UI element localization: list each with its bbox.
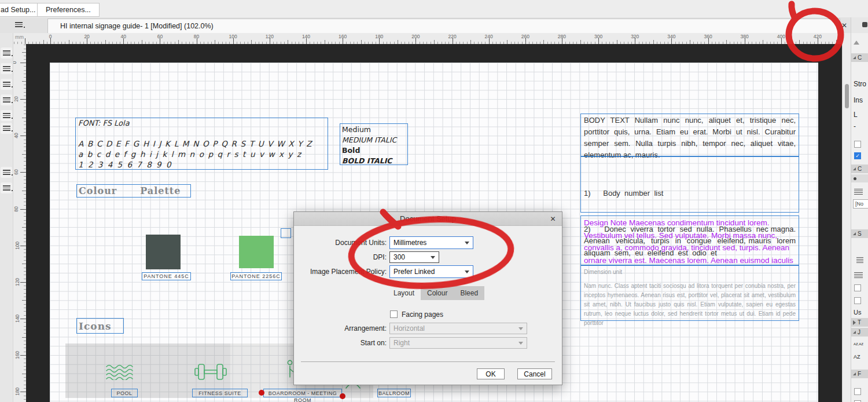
tool-preset-button[interactable] [1,123,12,134]
bullet-icon [854,177,856,180]
design-note-frame[interactable]: Design Note Maecenas condimentum tincidu… [580,215,799,265]
font-weights-frame[interactable]: Medium MEDIUM ITALIC Bold BOLD ITALIC [340,123,408,165]
dialog-close-icon[interactable]: ✕ [549,214,557,223]
pool-label: POOL [111,389,138,397]
document-setup-dialog: Document Setup ✕ Document Units: Millime… [293,211,562,385]
panel-cropped-label: L [854,111,858,119]
colour-word: Colour [79,185,117,196]
digits-line: 1 2 3 4 5 6 7 8 9 0 [78,160,172,169]
tab-spread-setup-label: ad Setup... [1,6,35,14]
panel-section-header[interactable]: C [851,53,868,62]
document-units-dropdown[interactable]: Millimetres [389,236,473,249]
paragraph-align-icon[interactable] [854,189,863,195]
image-placement-policy-dropdown[interactable]: Prefer Linked [389,265,473,278]
tool-preset-button[interactable] [1,167,12,178]
panel-section-label: J [858,329,860,335]
v-ruler-major-ticks [20,44,26,402]
h-ruler-number: 260 [521,34,529,39]
panel-checkbox[interactable] [854,141,861,148]
paragraph-align-icon[interactable] [854,272,863,279]
panel-section-header[interactable]: J [851,328,868,337]
lowercase-line: a b c d e f g h i j k l m n o p q r s t … [78,149,302,159]
icons-word: Icons [79,320,112,332]
h-ruler-number: 320 [631,34,639,39]
panel-section-header[interactable]: T [851,318,868,327]
cancel-button[interactable]: Cancel [517,368,552,379]
panel-section-label: C [858,54,862,61]
panel-section-header[interactable]: F [851,370,868,378]
colour-palette-heading-frame[interactable]: Colour Palette [76,184,191,198]
document-tab[interactable]: HI internal signage guide- 1 [Modified] … [47,19,840,33]
icons-heading-frame[interactable]: Icons [76,318,124,334]
dialog-tab-bleed[interactable]: Bleed [454,286,484,300]
panel-scroll-up-icon[interactable] [854,41,859,45]
dialog-title-bar[interactable]: Document Setup [294,212,562,226]
panel-checkbox-checked[interactable]: ✓ [854,152,861,159]
h-ruler-number: 0 [49,34,52,39]
right-panel-edge: CStroInsL-✓C[NoSUsTJAZ,AZAZF [851,17,868,402]
panel-checkbox[interactable] [854,297,861,304]
indent-icon[interactable] [856,257,863,264]
panel-section-header[interactable]: C [851,165,868,173]
panel-cropped-label: - [854,122,856,130]
expand-triangle-icon [853,320,856,325]
font-specimen-frame[interactable]: FONT: FS Lola A B C D E F G H I J K L M … [75,118,328,170]
text-style-dropdown[interactable]: [No [853,199,868,209]
h-ruler-number: 100 [229,34,237,39]
v-ruler-number: 180 [14,388,20,396]
h-ruler-number: 20 [84,34,89,39]
horizontal-ruler[interactable]: mm 0204060801001201401601802002202402602… [13,33,842,45]
tool-preset-button[interactable] [1,79,12,90]
ok-button[interactable]: OK [477,368,505,379]
dpi-value: 300 [393,253,405,261]
dpi-dropdown[interactable]: 300 [389,251,439,263]
hamburger-menu-icon[interactable] [15,22,23,27]
h-ruler-number: 380 [741,34,749,39]
dimension-unit-frame[interactable]: Dimension unit Nam nunc. Class aptent ta… [580,265,799,321]
h-ruler-number: 120 [266,34,274,39]
h-ruler-number: 220 [448,34,456,39]
weight-medium-italic: MEDIUM ITALIC [342,135,407,145]
boardroom-label: BOARDROOM - MEETING [263,389,342,397]
start-on-label: Start on: [295,339,387,347]
hamburger-menu-icon [3,82,10,87]
panel-checkbox[interactable] [854,388,861,395]
panel-section-header[interactable]: S [851,229,868,238]
panel-icon[interactable] [862,22,867,27]
facing-pages-checkbox[interactable] [390,310,398,318]
panel-section-label: F [858,371,861,377]
number-list-frame[interactable]: 1) Body number list 2) Donec viverra tor… [580,156,799,213]
scrollbar-thumb[interactable] [845,84,849,108]
empty-selection-frame[interactable] [281,228,291,238]
start-on-value: Right [393,339,410,347]
dialog-tab-layout[interactable]: Layout [387,286,421,300]
tool-preset-button[interactable] [1,182,12,193]
tool-preset-button[interactable] [1,47,12,59]
pantone-445c-swatch[interactable] [146,235,181,269]
palette-word: Palette [140,185,181,196]
vertical-ruler[interactable]: 020406080100120140160180 [13,44,26,402]
h-ruler-number: 140 [302,34,310,39]
h-ruler-number: 160 [339,34,347,39]
list-line-1: 1) Body number list [584,188,796,200]
tool-preset-button[interactable] [1,63,12,74]
chevron-down-icon [518,342,523,345]
v-ruler-number: 160 [14,351,20,359]
tab-preferences[interactable]: Preferences... [37,3,100,17]
pantone-2256c-swatch[interactable] [239,236,274,268]
dialog-tab-colour[interactable]: Colour [421,286,454,300]
tool-preset-button[interactable] [1,110,12,121]
h-ruler-major-ticks [13,38,842,44]
chevron-down-icon [465,242,469,244]
design-note-text: Design Note Maecenas condimentum tincidu… [584,218,793,265]
spellcheck-dot-left [259,390,264,396]
body-text-frame[interactable]: BODY TEXT Nullam nunc nunc, aliquet et, … [580,114,799,156]
panel-checkbox[interactable] [854,284,861,291]
document-tab-close-icon[interactable]: ✕ [840,21,849,30]
h-ruler-number: 240 [485,34,493,39]
panel-cropped-label: AZ [854,354,860,360]
tool-preset-button[interactable] [1,94,12,105]
canvas-scrollbar[interactable] [842,33,851,402]
panel-mini-toolbar[interactable] [851,174,868,182]
dimension-unit-text: Nam nunc. Class aptent taciti sociosqu a… [584,282,796,328]
